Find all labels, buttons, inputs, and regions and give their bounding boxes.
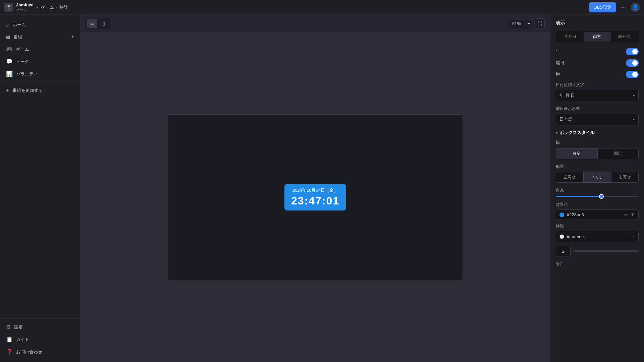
logo-icon: 🎬 xyxy=(6,5,12,10)
border-size-slider[interactable] xyxy=(573,250,639,252)
width-label: 幅 xyxy=(556,140,639,145)
sidebar-item-home[interactable]: ⌂ ホーム xyxy=(0,19,80,31)
tab-hour-min-sec[interactable]: 時分秒 xyxy=(611,32,638,42)
position-label: 配置 xyxy=(556,164,639,170)
sidebar-item-game-label: ゲーム xyxy=(16,46,29,52)
toggle-second: 秒 xyxy=(556,71,639,78)
sidebar-divider xyxy=(0,82,80,82)
sidebar-item-add-show[interactable]: + 番組を追加する xyxy=(0,84,80,97)
toggle-weekday-switch[interactable] xyxy=(626,59,639,67)
clock-date: 2024年10月04日（金） xyxy=(291,187,339,193)
date-separator-value: 年 月 日 xyxy=(559,93,575,99)
margin-label: 余白 xyxy=(556,261,639,267)
sidebar-item-home-label: ホーム xyxy=(13,22,26,28)
clock-widget[interactable]: 2024年10月04日（金） 23:47:01 xyxy=(284,184,346,210)
breadcrumb-clock[interactable]: 時計 xyxy=(59,4,68,10)
topbar: 🎬 Jamluca チーム ▾ ゲーム / 時計 OBS設定 ··· 👤 xyxy=(0,0,644,15)
sidebar-bottom: ⚙ 設定 📋 ガイド ❓ お問い合わせ xyxy=(0,316,80,358)
sidebar-item-settings[interactable]: ⚙ 設定 xyxy=(0,321,80,333)
weekday-format-value: 日本語 xyxy=(559,116,573,122)
canvas-area: 2024年10月04日（金） 23:47:01 xyxy=(80,32,550,362)
sidebar-item-contact[interactable]: ❓ お問い合わせ xyxy=(0,346,80,358)
width-fixed-button[interactable]: 固定 xyxy=(597,148,639,159)
center-panel: ▭ ▯ 61% 50% 75% 100% ⛶ 2024年10月04日（金） 23… xyxy=(80,15,550,362)
date-separator-select[interactable]: 年 月 日 ▾ xyxy=(556,90,639,101)
add-show-icon: + xyxy=(6,87,9,94)
align-left-button[interactable]: 左寄せ xyxy=(556,172,583,183)
bg-color-dot xyxy=(559,213,564,217)
toggle-second-switch[interactable] xyxy=(626,71,639,78)
corner-section: 角丸 xyxy=(556,187,639,197)
border-add-button[interactable]: → xyxy=(630,234,635,240)
width-variable-button[interactable]: 可変 xyxy=(556,148,597,159)
border-label: 枠線 xyxy=(556,223,639,229)
variety-icon: 📊 xyxy=(6,71,13,77)
app-name-group: Jamluca チーム xyxy=(16,2,34,12)
topbar-right: OBS設定 ··· 👤 xyxy=(589,2,640,12)
obs-settings-button[interactable]: OBS設定 xyxy=(589,2,616,12)
sidebar-item-talk[interactable]: 💬 トーク xyxy=(0,55,80,68)
sidebar-item-variety-label: バラエティ xyxy=(16,71,38,77)
shows-icon: ▦ xyxy=(6,35,10,40)
right-panel: 表示 年月日 両方 時分秒 年 曜日 秒 日付区切り文字 年 月 日 ▾ 曜日表… xyxy=(550,15,644,362)
sidebar-section-left: ▦ 番組 xyxy=(6,34,22,40)
game-icon: 🎮 xyxy=(6,46,13,52)
sidebar-item-talk-label: トーク xyxy=(16,59,29,65)
bg-color-left: #228be6 xyxy=(559,212,584,217)
bg-color-eye-button[interactable]: 👁 xyxy=(631,212,635,217)
date-separator-arrow-icon: ▾ xyxy=(633,94,635,98)
app-logo: 🎬 xyxy=(4,3,13,12)
bg-color-row: #228be6 ✏ 👁 xyxy=(556,209,639,220)
toggle-year-switch[interactable] xyxy=(626,48,639,55)
corner-slider-thumb[interactable] xyxy=(599,194,604,199)
expand-button[interactable]: ⛶ xyxy=(535,18,545,28)
sidebar-item-game[interactable]: 🎮 ゲーム xyxy=(0,43,80,55)
sidebar-divider-bottom xyxy=(0,318,80,319)
sidebar-item-contact-label: お問い合わせ xyxy=(16,349,42,355)
border-size-row: 2 xyxy=(556,246,639,256)
box-style-section[interactable]: ▾ ボックススタイル xyxy=(556,130,639,136)
view-mobile-button[interactable]: ▯ xyxy=(99,19,109,28)
avatar[interactable]: 👤 xyxy=(631,3,640,12)
topbar-chevron-icon[interactable]: ▾ xyxy=(36,5,38,10)
border-size-input[interactable]: 2 xyxy=(556,246,571,256)
breadcrumb-sep: / xyxy=(56,5,57,10)
add-show-inline-button[interactable]: + xyxy=(71,34,74,40)
bg-color-label: 背景色 xyxy=(556,202,639,207)
corner-slider-track[interactable] xyxy=(556,196,639,197)
tab-year-month-day[interactable]: 年月日 xyxy=(557,32,584,42)
bg-color-edit-button[interactable]: ✏ xyxy=(624,212,628,217)
sidebar-item-guide[interactable]: 📋 ガイド xyxy=(0,333,80,346)
tab-both[interactable]: 両方 xyxy=(584,32,610,42)
home-icon: ⌂ xyxy=(6,22,9,28)
breadcrumb-game[interactable]: ゲーム xyxy=(41,4,54,10)
align-right-button[interactable]: 右寄せ xyxy=(611,172,639,183)
sidebar: ⌂ ホーム ▦ 番組 + 🎮 ゲーム 💬 トーク 📊 バラエティ + 番組を追加… xyxy=(0,15,80,362)
border-color-dot xyxy=(559,234,564,239)
corner-label: 角丸 xyxy=(556,187,639,193)
border-color-row: #eaebec → xyxy=(556,231,639,242)
weekday-format-arrow-icon: ▾ xyxy=(633,117,635,122)
border-color-hex: #eaebec xyxy=(567,234,584,239)
settings-icon: ⚙ xyxy=(6,324,11,330)
sidebar-item-variety[interactable]: 📊 バラエティ xyxy=(0,68,80,80)
sidebar-item-add-show-label: 番組を追加する xyxy=(12,87,43,94)
more-button[interactable]: ··· xyxy=(620,2,627,12)
toggle-year-label: 年 xyxy=(556,49,560,55)
weekday-format-label: 曜日表示形式 xyxy=(556,106,639,112)
view-toggle: ▭ ▯ xyxy=(86,18,110,29)
talk-icon: 💬 xyxy=(6,58,13,65)
weekday-format-select[interactable]: 日本語 ▾ xyxy=(556,114,639,125)
view-desktop-button[interactable]: ▭ xyxy=(87,19,97,28)
toggle-weekday-label: 曜日 xyxy=(556,60,565,66)
panel-title: 表示 xyxy=(556,20,639,26)
zoom-select[interactable]: 61% 50% 75% 100% xyxy=(508,19,532,28)
main-layout: ⌂ ホーム ▦ 番組 + 🎮 ゲーム 💬 トーク 📊 バラエティ + 番組を追加… xyxy=(0,15,644,362)
toggle-weekday: 曜日 xyxy=(556,59,639,67)
align-center-button[interactable]: 中央 xyxy=(583,172,611,183)
sidebar-item-shows[interactable]: ▦ 番組 + xyxy=(0,31,80,43)
sidebar-item-settings-label: 設定 xyxy=(14,324,23,330)
corner-slider-fill xyxy=(556,196,601,197)
sidebar-item-shows-label: 番組 xyxy=(13,34,22,40)
guide-icon: 📋 xyxy=(6,336,13,343)
